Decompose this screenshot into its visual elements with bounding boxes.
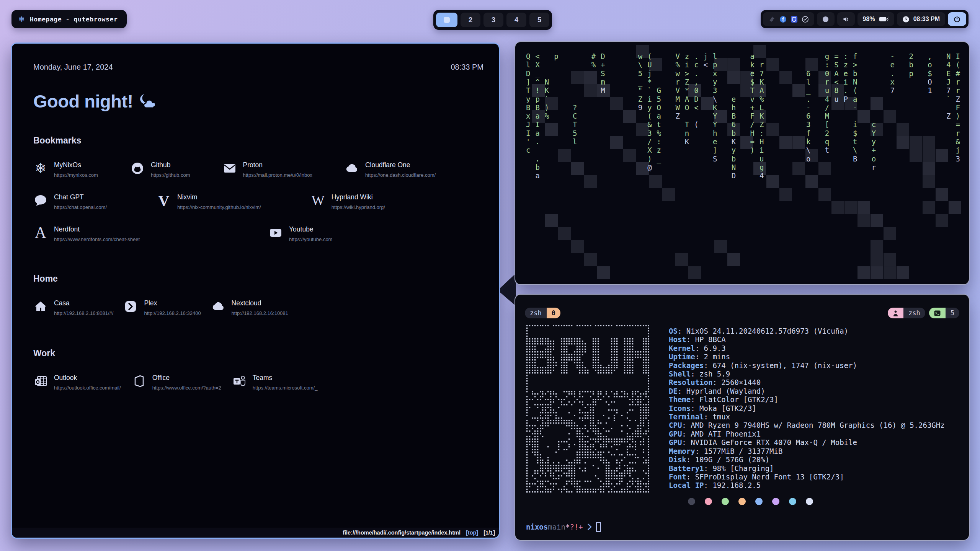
teams-icon (232, 374, 247, 388)
power-button[interactable] (948, 12, 966, 26)
bg-block-icon (779, 188, 792, 201)
bookmark-link-plex[interactable]: Plexhttp://192.168.2.16:32400 (123, 299, 201, 316)
matrix-char: 7 (890, 86, 895, 95)
bookmark-link-mynixos[interactable]: ❄MyNixOshttps://mynixos.com (33, 161, 98, 178)
fetch-info-line: Packages: 674 (nix-system), 1747 (nix-us… (669, 361, 945, 370)
cmatrix-terminal-window[interactable]: QlD]TyBxJI'c<X_^!pBaIa..baNK`)%p?CT5l#%D… (514, 41, 970, 285)
matrix-char: r (825, 78, 829, 86)
matrix-char: \ (713, 95, 717, 103)
volume-pill[interactable] (837, 12, 855, 26)
fetch-value: : 1577MiB / 31377MiB (695, 447, 783, 455)
bookmark-link-proton[interactable]: Protonhttps://mail.proton.me/u/0/inbox (222, 161, 312, 178)
bg-block-icon (949, 201, 961, 214)
workspace-button[interactable]: 2 (461, 13, 480, 27)
bookmark-link-office[interactable]: Officehttps://www.office.com/?auth=2 (132, 374, 221, 391)
fetch-info-line: Icons: Moka [GTK2/3] (669, 404, 945, 412)
terminal-color-dot (705, 498, 712, 505)
matrix-char: % (760, 95, 764, 103)
matrix-char: z (685, 52, 689, 60)
fetch-info-line: Terminal: tmux (669, 412, 945, 421)
fetch-value: : 192.168.2.5 (704, 481, 761, 489)
bookmark-link-cloudflare-one[interactable]: Cloudflare Onehttps://one.dash.cloudflar… (345, 161, 436, 178)
bookmark-url: https://nix-community.github.io/nixvim/ (177, 204, 261, 210)
bg-block-icon (636, 123, 649, 136)
matrix-char: . (535, 155, 539, 163)
workspace-button[interactable]: 4 (506, 13, 526, 27)
bg-block-icon (871, 253, 883, 266)
matrix-char: T (526, 86, 530, 95)
bookmark-name: Casa (54, 299, 113, 307)
shell-prompt[interactable]: nixos main * ?!+ (526, 522, 601, 532)
bookmark-link-hyprland-wiki[interactable]: WHyprland Wikihttps://wiki.hyprland.org/ (311, 193, 385, 210)
matrix-char: : (825, 60, 829, 69)
matrix-char: Z (760, 120, 764, 129)
matrix-char: - (806, 103, 810, 112)
system-tray: 98% 08:33 PM (761, 10, 969, 28)
fetch-value: : NixOS 24.11.20240612.57d6973 (Vicuña) (678, 327, 848, 335)
workspace-button[interactable]: 3 (483, 13, 503, 27)
bg-block-icon (923, 136, 935, 149)
fetch-value: : Moka [GTK2/3] (691, 404, 756, 412)
matrix-char: M (601, 86, 605, 95)
matrix-char: v (750, 95, 755, 103)
matrix-char: A (760, 86, 764, 95)
matrix-char: ) (647, 155, 652, 163)
matrix-char: 7 (946, 86, 951, 95)
bookmark-link-nerdfont[interactable]: ANerdfonthttps://www.nerdfonts.com/cheat… (33, 225, 140, 242)
matrix-char: & (956, 137, 960, 146)
bg-block-icon (897, 136, 909, 149)
battery-pill[interactable]: 98% (858, 12, 894, 26)
fetch-value: : 6.9.3 (695, 344, 726, 352)
matrix-char: b (909, 60, 913, 69)
bookmark-link-casa[interactable]: Casahttp://192.168.2.16:8081/#/ (33, 299, 113, 316)
matrix-char: i (844, 78, 848, 86)
bookmark-row: Outlookhttps://outlook.office.com/mail/O… (33, 374, 483, 391)
aletter-icon: A (33, 225, 48, 240)
workspace-button[interactable]: 5 (529, 13, 549, 27)
shield-icon[interactable] (791, 16, 798, 23)
bg-block-icon (597, 266, 610, 279)
check-circle-icon[interactable] (802, 16, 809, 23)
bg-block-icon (766, 175, 779, 188)
bookmark-link-nixvim[interactable]: VNixvimhttps://nix-community.github.io/n… (157, 193, 261, 210)
matrix-char: / (647, 137, 652, 146)
matrix-char: / (825, 103, 829, 112)
matrix-char: 0 (694, 86, 698, 95)
vletter-icon: V (157, 193, 171, 208)
record-dot-pill[interactable] (817, 12, 835, 26)
matrix-char: ^ (535, 78, 539, 86)
browser-statusbar: file:///home/hadi/.config/startpage/inde… (12, 528, 499, 538)
matrix-char: r (956, 78, 960, 86)
workspace-active-dot-icon (444, 17, 450, 23)
startpage-time: 08:33 PM (451, 63, 483, 72)
bookmark-text: Cloudflare Onehttps://one.dash.cloudflar… (365, 161, 436, 178)
fetch-label: Theme (669, 395, 691, 404)
workspace-button-active[interactable] (436, 13, 457, 27)
matrix-char: l (713, 52, 717, 60)
bookmark-link-outlook[interactable]: Outlookhttps://outlook.office.com/mail/ (33, 374, 121, 391)
bookmark-link-youtube[interactable]: Youtubehttps://youtube.com (268, 225, 332, 242)
battery-percent: 98% (863, 16, 875, 23)
bookmark-link-teams[interactable]: Teamshttps://teams.microsoft.com/_ (232, 374, 318, 391)
bookmark-row: Chat GPThttps://chat.openai.com/VNixvimh… (33, 193, 483, 210)
transfer-arrows-icon[interactable] (768, 16, 776, 23)
fastfetch-terminal-window[interactable]: zsh0 zsh5 OS: NixOS 24.11.20240612.57d69… (514, 294, 970, 541)
matrix-char: k (806, 137, 810, 146)
matrix-char: a (657, 112, 661, 120)
clock-pill[interactable]: 08:33 PM (897, 12, 945, 26)
bluetooth-icon[interactable] (779, 16, 787, 23)
matrix-char: K (760, 112, 764, 120)
bg-block-icon (584, 175, 597, 188)
matrix-char: 6 (732, 120, 736, 129)
bg-block-icon (584, 71, 597, 84)
bookmark-link-github[interactable]: Githubhttps://github.com (130, 161, 190, 178)
fetch-info-line: OS: NixOS 24.11.20240612.57d6973 (Vicuña… (669, 327, 945, 335)
bg-block-icon (897, 123, 909, 136)
bookmark-link-nextcloud[interactable]: Nextcloudhttp://192.168.2.16:10081 (211, 299, 288, 316)
tray-icons-pill[interactable] (763, 12, 814, 26)
matrix-char: 3 (647, 129, 652, 137)
bookmark-link-chat-gpt[interactable]: Chat GPThttps://chat.openai.com/ (33, 193, 107, 210)
bg-block-icon (688, 266, 701, 279)
fetch-label: CPU (669, 421, 682, 429)
matrix-char: b (535, 163, 539, 171)
